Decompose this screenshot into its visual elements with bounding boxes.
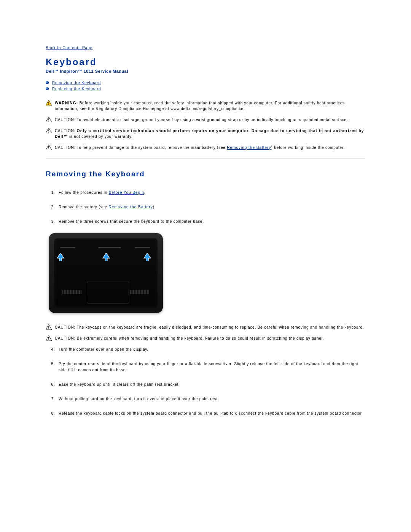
steps-list-b: Turn the computer over and open the disp… [46,347,365,417]
caution-tail: is not covered by your warranty. [68,134,132,139]
caution-body-b: ) before working inside the computer. [271,145,345,150]
svg-marker-9 [103,253,110,261]
back-to-contents-link[interactable]: Back to Contents Page [46,46,92,50]
bullet-icon [46,87,49,90]
page-title: Keyboard [46,57,365,67]
toc-item: Replacing the Keyboard [46,86,365,91]
step-3: Remove the three screws that secure the … [56,219,365,225]
document-page: Back to Contents Page Keyboard Dell™ Ins… [0,0,411,448]
caution-battery-text: CAUTION: To help prevent damage to the s… [55,145,365,150]
caution-icon: ! [46,324,52,330]
warning-prefix: WARNING: [55,101,78,105]
callout-arrow-icon [143,253,151,261]
step-1: Follow the procedures in Before You Begi… [56,190,365,196]
warning-notice: ! WARNING: Before working inside your co… [46,100,365,112]
caution-icon: ! [46,145,52,150]
caution-tech-notice: ! CAUTION: Only a certified service tech… [46,128,365,139]
warning-icon: ! [46,100,52,105]
laptop-base-figure [49,233,163,313]
caution-icon: ! [46,128,52,133]
svg-text:!: ! [48,337,49,341]
access-panel [87,281,129,304]
screw-slot [135,247,150,248]
step-text: Follow the procedures in [59,190,109,195]
caution-scratch-notice: ! CAUTION: Be extremely careful when rem… [46,335,365,341]
svg-text:!: ! [48,101,49,105]
svg-text:!: ! [48,146,49,150]
caution-icon: ! [46,335,52,341]
step-text: Remove the battery (see [59,205,108,209]
bullet-icon [46,81,49,84]
vent [130,290,149,294]
svg-marker-8 [57,253,64,261]
caution-keycaps-notice: ! CAUTION: The keycaps on the keyboard a… [46,324,365,330]
steps-list-a: Follow the procedures in Before You Begi… [46,190,365,225]
caution-prefix: CAUTION: [55,129,75,133]
step-5: Pry the center rear side of the keyboard… [56,361,365,373]
caution-esd-notice: ! CAUTION: To avoid electrostatic discha… [46,117,365,123]
caution-esd-text: CAUTION: To avoid electrostatic discharg… [55,117,365,123]
toc-list: Removing the Keyboard Replacing the Keyb… [46,80,365,91]
step-8: Release the keyboard cable locks on the … [56,411,365,417]
removing-battery-link[interactable]: Removing the Battery [227,145,271,150]
step-6: Ease the keyboard up until it clears off… [56,382,365,388]
caution-body-a: To help prevent damage to the system boa… [77,145,227,150]
caution-body: Be extremely careful when removing and h… [77,336,324,340]
screw-slot [60,247,75,248]
caution-battery-notice: ! CAUTION: To help prevent damage to the… [46,145,365,150]
step-2: Remove the battery (see Removing the Bat… [56,204,365,210]
step-text-tail: . [144,190,146,195]
svg-text:!: ! [48,118,49,122]
svg-marker-10 [144,253,151,261]
caution-prefix: CAUTION: [55,118,75,122]
callout-arrow-icon [102,253,110,261]
caution-scratch-text: CAUTION: Be extremely careful when remov… [55,335,365,341]
step-text-tail: ). [153,205,156,209]
toc-link-replacing[interactable]: Replacing the Keyboard [52,87,101,91]
before-you-begin-link[interactable]: Before You Begin [109,190,144,195]
step-4: Turn the computer over and open the disp… [56,347,365,353]
callout-arrow-icon [56,253,65,261]
step-7: Without pulling hard on the keyboard, tu… [56,396,365,402]
svg-text:!: ! [48,326,49,330]
section-divider [46,158,365,158]
warning-body: Before working inside your computer, rea… [55,101,345,111]
vent [62,290,81,294]
caution-prefix: CAUTION: [55,336,75,340]
caution-prefix: CAUTION: [55,145,75,150]
caution-body: The keycaps on the keyboard are fragile,… [77,325,364,329]
caution-prefix: CAUTION: [55,325,75,329]
battery-slot [98,247,121,248]
removing-battery-link[interactable]: Removing the Battery [108,205,153,209]
caution-body: To avoid electrostatic discharge, ground… [77,118,348,122]
caution-tech-text: CAUTION: Only a certified service techni… [55,128,365,139]
warning-text: WARNING: Before working inside your comp… [55,100,365,112]
section-title: Removing the Keyboard [46,170,365,178]
toc-link-removing[interactable]: Removing the Keyboard [52,81,101,85]
toc-item: Removing the Keyboard [46,80,365,85]
caution-keycaps-text: CAUTION: The keycaps on the keyboard are… [55,324,365,330]
svg-text:!: ! [48,129,49,133]
page-subtitle: Dell™ Inspiron™ 1011 Service Manual [46,69,365,73]
caution-icon: ! [46,117,52,122]
